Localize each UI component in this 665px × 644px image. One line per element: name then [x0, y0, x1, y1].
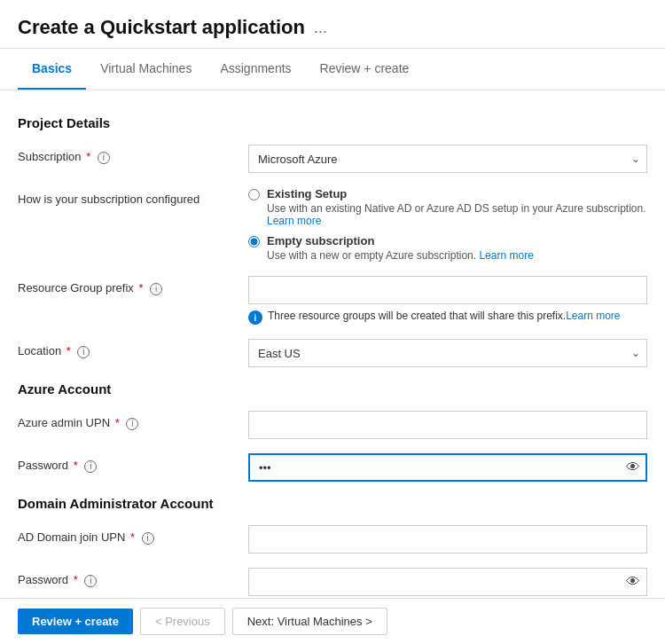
tab-virtual-machines[interactable]: Virtual Machines — [86, 49, 206, 90]
password-control: 👁 — [248, 453, 647, 482]
radio-empty-label: Empty subscription — [267, 234, 534, 247]
subscription-row: Subscription * i Microsoft Azure ⌄ — [18, 145, 647, 173]
resource-group-learn-more-link[interactable]: Learn more — [566, 310, 620, 322]
tab-assignments[interactable]: Assignments — [206, 49, 305, 90]
ad-domain-join-info-icon[interactable]: i — [142, 532, 154, 545]
subscription-select-wrapper: Microsoft Azure ⌄ — [248, 145, 647, 173]
previous-button[interactable]: < Previous — [140, 608, 225, 635]
page-header: Create a Quickstart application ... — [0, 0, 665, 49]
password-input[interactable] — [248, 453, 647, 482]
section-azure-account: Azure Account — [18, 381, 647, 397]
subscription-control: Microsoft Azure ⌄ — [248, 145, 647, 173]
resource-group-prefix-info-box: i Three resource groups will be created … — [248, 310, 647, 325]
location-label: Location * i — [18, 339, 248, 358]
subscription-label: Subscription * i — [18, 145, 248, 164]
page-title: Create a Quickstart application — [18, 16, 305, 39]
location-select-wrapper: East US ⌄ — [248, 339, 647, 367]
page-options-icon[interactable]: ... — [314, 19, 327, 37]
info-circle-icon: i — [248, 310, 262, 325]
radio-existing-input[interactable] — [248, 189, 260, 200]
ad-domain-join-upn-input[interactable] — [248, 525, 647, 554]
azure-admin-upn-control — [248, 411, 647, 439]
azure-admin-upn-label: Azure admin UPN * i — [18, 411, 248, 430]
domain-password-row: Password * i 👁 — [18, 568, 647, 596]
section-domain-admin: Domain Administrator Account — [18, 496, 647, 511]
radio-existing-label: Existing Setup — [267, 187, 647, 200]
tab-review-create[interactable]: Review + create — [306, 49, 424, 90]
subscription-info-icon[interactable]: i — [98, 152, 110, 164]
bottom-bar: Review + create < Previous Next: Virtual… — [0, 598, 665, 644]
domain-password-wrapper: 👁 — [248, 568, 647, 596]
radio-empty-subscription[interactable]: Empty subscription Use with a new or emp… — [248, 234, 647, 262]
subscription-select[interactable]: Microsoft Azure — [248, 145, 647, 173]
ad-domain-join-upn-label: AD Domain join UPN * i — [18, 525, 248, 545]
password-label: Password * i — [18, 453, 248, 473]
tabs-bar: Basics Virtual Machines Assignments Revi… — [0, 49, 665, 90]
domain-password-eye-icon[interactable]: 👁 — [626, 574, 640, 590]
subscription-config-radio-group: Existing Setup Use with an existing Nati… — [248, 187, 647, 262]
radio-empty-desc: Use with a new or empty Azure subscripti… — [267, 249, 534, 262]
resource-group-prefix-info-icon[interactable]: i — [150, 283, 162, 295]
subscription-config-row: How is your subscription configured Exis… — [18, 187, 647, 262]
review-create-button[interactable]: Review + create — [18, 609, 133, 634]
subscription-config-label: How is your subscription configured — [18, 187, 248, 206]
password-info-icon[interactable]: i — [84, 460, 97, 473]
password-row: Password * i 👁 — [18, 453, 647, 482]
resource-group-prefix-label: Resource Group prefix * i — [18, 276, 248, 295]
tab-basics[interactable]: Basics — [18, 49, 86, 90]
azure-admin-upn-row: Azure admin UPN * i — [18, 411, 647, 439]
password-wrapper: 👁 — [248, 453, 647, 482]
location-select[interactable]: East US — [248, 339, 647, 367]
domain-password-control: 👁 — [248, 568, 647, 596]
subscription-config-control: Existing Setup Use with an existing Nati… — [248, 187, 647, 262]
domain-password-input[interactable] — [248, 568, 647, 596]
ad-domain-join-upn-control — [248, 525, 647, 554]
empty-learn-more-link[interactable]: Learn more — [479, 249, 533, 262]
resource-group-prefix-row: Resource Group prefix * i i Three resour… — [18, 276, 647, 325]
location-control: East US ⌄ — [248, 339, 647, 367]
radio-empty-input[interactable] — [248, 236, 260, 247]
radio-existing-setup[interactable]: Existing Setup Use with an existing Nati… — [248, 187, 647, 227]
azure-admin-upn-info-icon[interactable]: i — [126, 418, 138, 430]
next-button[interactable]: Next: Virtual Machines > — [232, 608, 387, 635]
resource-group-prefix-control: i Three resource groups will be created … — [248, 276, 647, 325]
location-row: Location * i East US ⌄ — [18, 339, 647, 367]
password-eye-icon[interactable]: 👁 — [626, 459, 640, 475]
form-content: Project Details Subscription * i Microso… — [0, 90, 665, 644]
location-info-icon[interactable]: i — [77, 346, 90, 358]
existing-learn-more-link[interactable]: Learn more — [267, 215, 321, 227]
radio-existing-desc: Use with an existing Native AD or Azure … — [267, 202, 647, 227]
azure-admin-upn-input[interactable] — [248, 411, 647, 439]
ad-domain-join-upn-row: AD Domain join UPN * i — [18, 525, 647, 554]
domain-password-label: Password * i — [18, 568, 248, 587]
resource-group-prefix-input[interactable] — [248, 276, 647, 304]
section-project-details: Project Details — [18, 115, 647, 130]
domain-password-info-icon[interactable]: i — [84, 575, 97, 587]
